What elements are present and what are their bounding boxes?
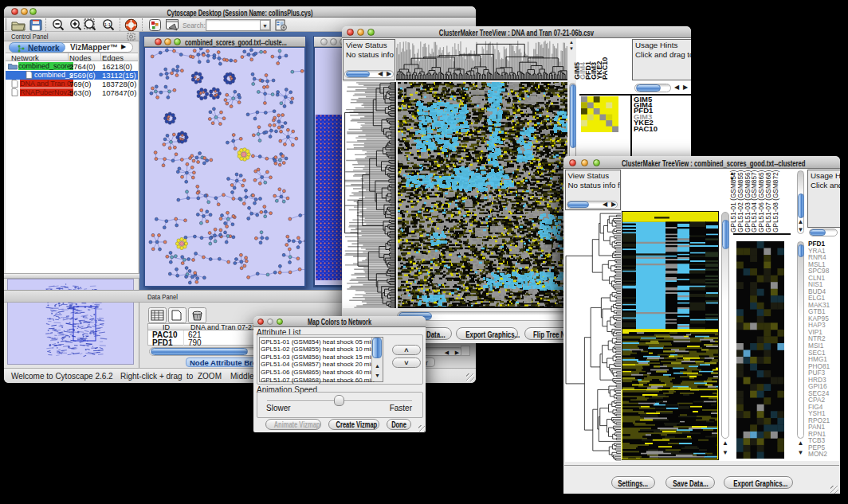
svg-text:1:1: 1:1 — [104, 22, 112, 27]
